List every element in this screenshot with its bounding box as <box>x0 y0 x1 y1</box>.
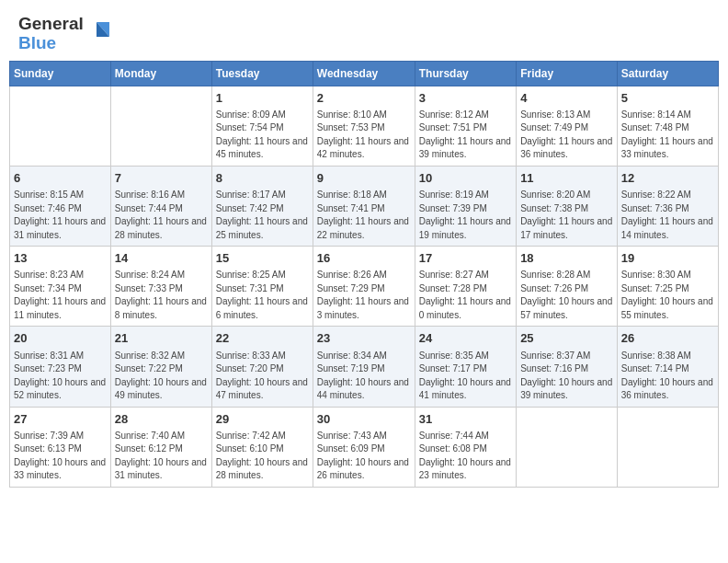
calendar-cell <box>10 86 111 166</box>
calendar-cell: 5Sunrise: 8:14 AM Sunset: 7:48 PM Daylig… <box>617 86 718 166</box>
calendar-cell: 31Sunrise: 7:44 AM Sunset: 6:08 PM Dayli… <box>415 407 516 487</box>
calendar-cell: 19Sunrise: 8:30 AM Sunset: 7:25 PM Dayli… <box>617 247 718 327</box>
day-number: 14 <box>115 250 208 267</box>
calendar-week-2: 6Sunrise: 8:15 AM Sunset: 7:46 PM Daylig… <box>10 166 719 246</box>
calendar-cell <box>110 86 211 166</box>
logo-icon <box>87 18 113 44</box>
day-info: Sunrise: 8:35 AM Sunset: 7:17 PM Dayligh… <box>419 350 512 403</box>
calendar-header: SundayMondayTuesdayWednesdayThursdayFrid… <box>10 61 719 86</box>
page-header: General Blue <box>0 0 728 61</box>
day-number: 21 <box>115 330 208 347</box>
day-info: Sunrise: 8:33 AM Sunset: 7:20 PM Dayligh… <box>216 350 309 403</box>
weekday-header-tuesday: Tuesday <box>211 61 313 86</box>
logo-text: General Blue <box>18 15 84 53</box>
calendar-cell: 23Sunrise: 8:34 AM Sunset: 7:19 PM Dayli… <box>313 327 415 407</box>
logo: General Blue <box>18 15 113 53</box>
calendar-cell: 1Sunrise: 8:09 AM Sunset: 7:54 PM Daylig… <box>211 86 313 166</box>
weekday-header-saturday: Saturday <box>617 61 718 86</box>
calendar-cell: 9Sunrise: 8:18 AM Sunset: 7:41 PM Daylig… <box>313 166 415 246</box>
day-number: 24 <box>419 330 512 347</box>
calendar-cell <box>517 407 618 487</box>
calendar-cell: 29Sunrise: 7:42 AM Sunset: 6:10 PM Dayli… <box>211 407 313 487</box>
day-number: 28 <box>115 411 208 428</box>
day-number: 27 <box>14 411 107 428</box>
day-number: 5 <box>621 90 714 107</box>
calendar-cell: 13Sunrise: 8:23 AM Sunset: 7:34 PM Dayli… <box>10 247 111 327</box>
day-number: 9 <box>317 170 411 187</box>
day-info: Sunrise: 8:34 AM Sunset: 7:19 PM Dayligh… <box>317 350 411 403</box>
day-info: Sunrise: 8:16 AM Sunset: 7:44 PM Dayligh… <box>115 189 208 242</box>
calendar-cell: 27Sunrise: 7:39 AM Sunset: 6:13 PM Dayli… <box>10 407 111 487</box>
day-number: 23 <box>317 330 411 347</box>
calendar-table: SundayMondayTuesdayWednesdayThursdayFrid… <box>9 61 719 488</box>
calendar-cell: 2Sunrise: 8:10 AM Sunset: 7:53 PM Daylig… <box>313 86 415 166</box>
day-number: 22 <box>216 330 309 347</box>
weekday-header-row: SundayMondayTuesdayWednesdayThursdayFrid… <box>10 61 719 86</box>
calendar-cell: 15Sunrise: 8:25 AM Sunset: 7:31 PM Dayli… <box>211 247 313 327</box>
calendar-cell: 14Sunrise: 8:24 AM Sunset: 7:33 PM Dayli… <box>110 247 211 327</box>
day-info: Sunrise: 8:37 AM Sunset: 7:16 PM Dayligh… <box>520 350 613 403</box>
day-number: 25 <box>520 330 613 347</box>
day-number: 12 <box>621 170 714 187</box>
day-info: Sunrise: 8:27 AM Sunset: 7:28 PM Dayligh… <box>419 269 512 322</box>
calendar-cell: 12Sunrise: 8:22 AM Sunset: 7:36 PM Dayli… <box>617 166 718 246</box>
day-info: Sunrise: 8:20 AM Sunset: 7:38 PM Dayligh… <box>520 189 613 242</box>
day-info: Sunrise: 8:09 AM Sunset: 7:54 PM Dayligh… <box>216 109 309 162</box>
day-info: Sunrise: 7:44 AM Sunset: 6:08 PM Dayligh… <box>419 430 512 483</box>
day-number: 1 <box>216 90 309 107</box>
calendar-cell: 17Sunrise: 8:27 AM Sunset: 7:28 PM Dayli… <box>415 247 516 327</box>
day-number: 10 <box>419 170 512 187</box>
day-number: 29 <box>216 411 309 428</box>
calendar-cell: 25Sunrise: 8:37 AM Sunset: 7:16 PM Dayli… <box>517 327 618 407</box>
day-info: Sunrise: 8:25 AM Sunset: 7:31 PM Dayligh… <box>216 269 309 322</box>
calendar-cell: 3Sunrise: 8:12 AM Sunset: 7:51 PM Daylig… <box>415 86 516 166</box>
calendar-week-1: 1Sunrise: 8:09 AM Sunset: 7:54 PM Daylig… <box>10 86 719 166</box>
day-info: Sunrise: 7:40 AM Sunset: 6:12 PM Dayligh… <box>115 430 208 483</box>
day-info: Sunrise: 8:22 AM Sunset: 7:36 PM Dayligh… <box>621 189 714 242</box>
calendar-cell: 21Sunrise: 8:32 AM Sunset: 7:22 PM Dayli… <box>110 327 211 407</box>
weekday-header-sunday: Sunday <box>10 61 111 86</box>
day-info: Sunrise: 8:26 AM Sunset: 7:29 PM Dayligh… <box>317 269 411 322</box>
day-number: 20 <box>14 330 107 347</box>
day-info: Sunrise: 8:19 AM Sunset: 7:39 PM Dayligh… <box>419 189 512 242</box>
day-number: 6 <box>14 170 107 187</box>
weekday-header-friday: Friday <box>517 61 618 86</box>
calendar-cell: 4Sunrise: 8:13 AM Sunset: 7:49 PM Daylig… <box>517 86 618 166</box>
day-number: 17 <box>419 250 512 267</box>
calendar-cell: 20Sunrise: 8:31 AM Sunset: 7:23 PM Dayli… <box>10 327 111 407</box>
calendar-week-5: 27Sunrise: 7:39 AM Sunset: 6:13 PM Dayli… <box>10 407 719 487</box>
day-info: Sunrise: 8:38 AM Sunset: 7:14 PM Dayligh… <box>621 350 714 403</box>
day-number: 15 <box>216 250 309 267</box>
day-number: 30 <box>317 411 411 428</box>
day-info: Sunrise: 8:28 AM Sunset: 7:26 PM Dayligh… <box>520 269 613 322</box>
calendar-cell: 26Sunrise: 8:38 AM Sunset: 7:14 PM Dayli… <box>617 327 718 407</box>
day-info: Sunrise: 8:13 AM Sunset: 7:49 PM Dayligh… <box>520 109 613 162</box>
calendar-wrapper: SundayMondayTuesdayWednesdayThursdayFrid… <box>0 61 728 497</box>
calendar-cell: 28Sunrise: 7:40 AM Sunset: 6:12 PM Dayli… <box>110 407 211 487</box>
calendar-body: 1Sunrise: 8:09 AM Sunset: 7:54 PM Daylig… <box>10 86 719 487</box>
calendar-cell: 30Sunrise: 7:43 AM Sunset: 6:09 PM Dayli… <box>313 407 415 487</box>
day-info: Sunrise: 7:42 AM Sunset: 6:10 PM Dayligh… <box>216 430 309 483</box>
calendar-cell: 22Sunrise: 8:33 AM Sunset: 7:20 PM Dayli… <box>211 327 313 407</box>
day-info: Sunrise: 8:31 AM Sunset: 7:23 PM Dayligh… <box>14 350 107 403</box>
day-number: 2 <box>317 90 411 107</box>
weekday-header-thursday: Thursday <box>415 61 516 86</box>
day-info: Sunrise: 7:43 AM Sunset: 6:09 PM Dayligh… <box>317 430 411 483</box>
day-info: Sunrise: 8:24 AM Sunset: 7:33 PM Dayligh… <box>115 269 208 322</box>
weekday-header-wednesday: Wednesday <box>313 61 415 86</box>
day-info: Sunrise: 8:32 AM Sunset: 7:22 PM Dayligh… <box>115 350 208 403</box>
day-info: Sunrise: 8:14 AM Sunset: 7:48 PM Dayligh… <box>621 109 714 162</box>
day-number: 16 <box>317 250 411 267</box>
calendar-cell: 6Sunrise: 8:15 AM Sunset: 7:46 PM Daylig… <box>10 166 111 246</box>
day-number: 11 <box>520 170 613 187</box>
calendar-cell <box>617 407 718 487</box>
day-info: Sunrise: 8:30 AM Sunset: 7:25 PM Dayligh… <box>621 269 714 322</box>
weekday-header-monday: Monday <box>110 61 211 86</box>
day-number: 26 <box>621 330 714 347</box>
day-number: 18 <box>520 250 613 267</box>
day-number: 7 <box>115 170 208 187</box>
day-number: 4 <box>520 90 613 107</box>
day-number: 19 <box>621 250 714 267</box>
calendar-cell: 8Sunrise: 8:17 AM Sunset: 7:42 PM Daylig… <box>211 166 313 246</box>
day-info: Sunrise: 8:15 AM Sunset: 7:46 PM Dayligh… <box>14 189 107 242</box>
